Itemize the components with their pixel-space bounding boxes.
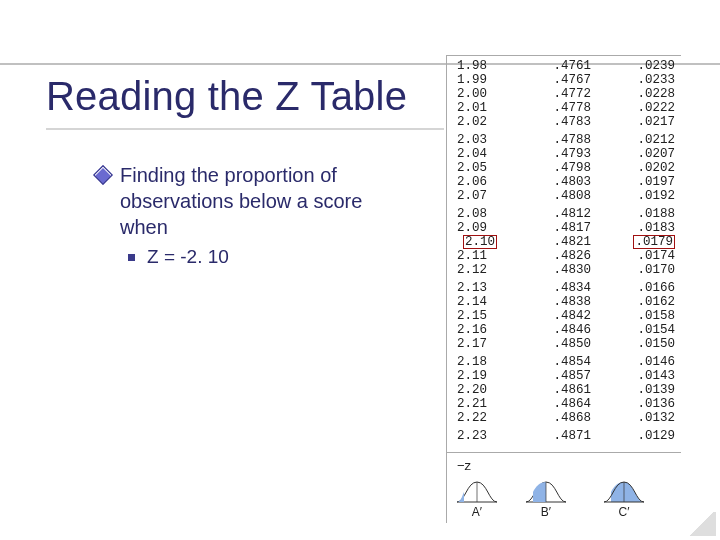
table-row: 2.07.4808.0192 [447,190,681,204]
z-cell-z: 2.00 [447,88,513,101]
bullet-text: Finding the proportion of observations b… [120,162,396,240]
z-cell-c: .0162 [597,296,681,309]
z-cell-z: 2.15 [447,310,513,323]
z-cell-c: .0228 [597,88,681,101]
z-table-group: 2.13.4834.01662.14.4838.01622.15.4842.01… [447,282,681,352]
z-cell-z: 2.12 [447,264,513,277]
table-row: 2.22.4868.0132 [447,412,681,426]
z-cell-z: 2.20 [447,384,513,397]
z-cell-z: 2.04 [447,148,513,161]
z-cell-b: .4812 [513,208,597,221]
table-row: 2.00.4772.0228 [447,88,681,102]
z-cell-b: .4783 [513,116,597,129]
z-cell-z: 2.21 [447,398,513,411]
z-cell-c: .0192 [597,190,681,203]
z-cell-b: .4842 [513,310,597,323]
z-cell-z: 2.08 [447,208,513,221]
table-row: 2.23.4871.0129 [447,430,681,444]
z-cell-c: .0179 [597,236,675,249]
table-row: 2.02.4783.0217 [447,116,681,130]
bullet-row: Finding the proportion of observations b… [96,162,396,240]
z-cell-b: .4778 [513,102,597,115]
z-cell-z: 2.14 [447,296,513,309]
z-table-group: 2.03.4788.02122.04.4793.02072.05.4798.02… [447,134,681,204]
z-cell-z: 2.11 [447,250,513,263]
z-cell-z: 2.07 [447,190,513,203]
table-row: 2.06.4803.0197 [447,176,681,190]
z-cell-b: .4788 [513,134,597,147]
z-cell-b: .4798 [513,162,597,175]
z-cell-b: .4803 [513,176,597,189]
z-cell-b: .4838 [513,296,597,309]
z-cell-z: 2.10 [447,236,513,249]
z-cell-b: .4793 [513,148,597,161]
table-row: 2.01.4778.0222 [447,102,681,116]
bell-curve-icon [524,478,568,504]
z-cell-z: 2.13 [447,282,513,295]
table-row: 2.03.4788.0212 [447,134,681,148]
z-cell-z: 2.03 [447,134,513,147]
table-row: 2.19.4857.0143 [447,370,681,384]
table-row: 2.21.4864.0136 [447,398,681,412]
z-cell-c: .0197 [597,176,681,189]
z-cell-z: 2.01 [447,102,513,115]
z-cell-b: .4868 [513,412,597,425]
z-cell-b: .4834 [513,282,597,295]
curve-label-b: B′ [541,506,551,519]
z-cell-z: 2.19 [447,370,513,383]
z-cell-z: 2.02 [447,116,513,129]
z-cell-c: .0143 [597,370,681,383]
z-cell-c: .0212 [597,134,681,147]
curve-c: C′ [585,477,663,519]
z-table-group: 2.18.4854.01462.19.4857.01432.20.4861.01… [447,356,681,426]
z-table-group: 2.08.4812.01882.09.4817.01832.10.4821.01… [447,208,681,278]
z-cell-c: .0139 [597,384,681,397]
z-cell-b: .4857 [513,370,597,383]
z-cell-z: 1.98 [447,60,513,73]
table-row: 2.13.4834.0166 [447,282,681,296]
z-cell-c: .0129 [597,430,681,443]
z-cell-c: .0146 [597,356,681,369]
table-row: 2.11.4826.0174 [447,250,681,264]
z-cell-c: .0202 [597,162,681,175]
z-cell-c: .0217 [597,116,681,129]
z-cell-z: 2.16 [447,324,513,337]
bell-curve-icon [602,478,646,504]
z-cell-c: .0233 [597,74,681,87]
z-cell-c: .0136 [597,398,681,411]
z-cell-b: .4861 [513,384,597,397]
z-cell-z: 2.05 [447,162,513,175]
z-cell-z: 2.18 [447,356,513,369]
square-bullet-icon [128,254,135,261]
body-text-block: Finding the proportion of observations b… [96,162,396,268]
slide: Reading the Z Table Finding the proporti… [0,0,720,540]
z-cell-c: .0188 [597,208,681,221]
table-row: 1.98.4761.0239 [447,60,681,74]
footer-curves: A′ B′ [447,477,681,519]
table-row: 2.09.4817.0183 [447,222,681,236]
sub-bullet-text: Z = -2. 10 [147,246,229,268]
table-row: 2.18.4854.0146 [447,356,681,370]
diamond-bullet-icon [93,165,113,185]
z-cell-z: 2.09 [447,222,513,235]
z-cell-b: .4850 [513,338,597,351]
z-cell-b: .4767 [513,74,597,87]
z-cell-z: 2.23 [447,430,513,443]
z-table-body: 1.98.4761.02391.99.4767.02332.00.4772.02… [447,56,681,452]
z-cell-c: .0166 [597,282,681,295]
z-highlight-box: 2.10 [463,235,497,249]
z-cell-c: .0207 [597,148,681,161]
z-cell-c: .0170 [597,264,681,277]
sub-bullet-row: Z = -2. 10 [128,246,396,268]
z-cell-b: .4826 [513,250,597,263]
z-cell-b: .4854 [513,356,597,369]
page-corner-fold-icon [688,512,716,536]
z-cell-b: .4871 [513,430,597,443]
z-cell-z: 2.06 [447,176,513,189]
table-row: 2.15.4842.0158 [447,310,681,324]
z-highlight-box: .0179 [633,235,675,249]
slide-title: Reading the Z Table [46,74,407,119]
curve-label-a: A′ [472,506,482,519]
table-row: 2.16.4846.0154 [447,324,681,338]
z-cell-c: .0174 [597,250,681,263]
